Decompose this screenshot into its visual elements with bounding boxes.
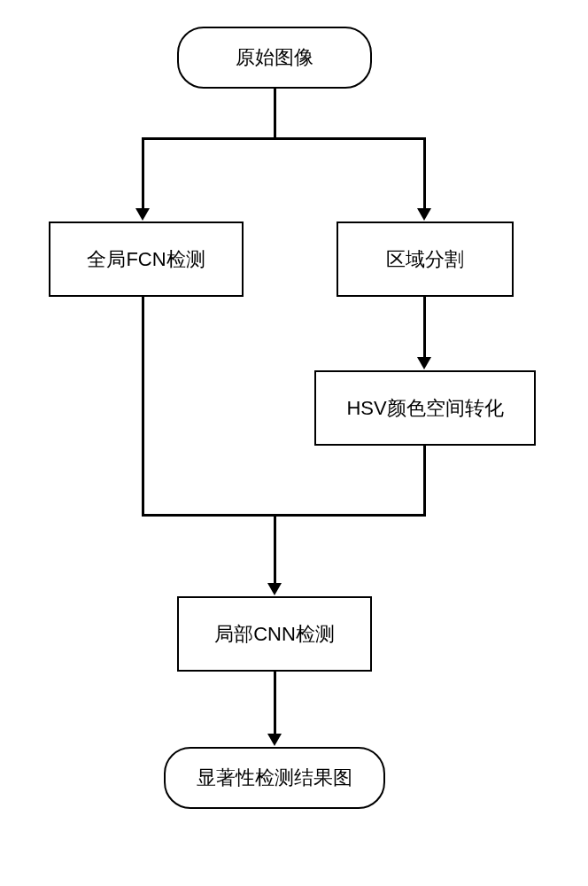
cnn-node: 局部CNN检测 — [177, 596, 372, 672]
arrow-icon — [267, 583, 282, 595]
connector-line — [142, 297, 144, 517]
result-node: 显著性检测结果图 — [164, 747, 385, 809]
connector-line — [274, 514, 276, 585]
start-label: 原始图像 — [236, 44, 313, 71]
arrow-icon — [417, 208, 431, 221]
start-node: 原始图像 — [177, 27, 372, 89]
cnn-label: 局部CNN检测 — [214, 621, 335, 648]
connector-line — [423, 297, 426, 359]
arrow-icon — [417, 357, 431, 369]
connector-line — [423, 137, 426, 210]
connector-line — [142, 514, 425, 517]
segment-node: 区域分割 — [337, 222, 514, 297]
hsv-label: HSV颜色空间转化 — [346, 395, 503, 422]
fcn-node: 全局FCN检测 — [49, 222, 244, 297]
connector-line — [274, 672, 276, 735]
hsv-node: HSV颜色空间转化 — [314, 370, 536, 446]
result-label: 显著性检测结果图 — [197, 765, 352, 791]
fcn-label: 全局FCN检测 — [87, 246, 205, 273]
arrow-icon — [267, 734, 282, 746]
connector-line — [142, 137, 425, 140]
connector-line — [423, 446, 426, 517]
connector-line — [274, 89, 276, 137]
arrow-icon — [135, 208, 150, 221]
segment-label: 区域分割 — [386, 246, 464, 273]
connector-line — [142, 137, 144, 210]
